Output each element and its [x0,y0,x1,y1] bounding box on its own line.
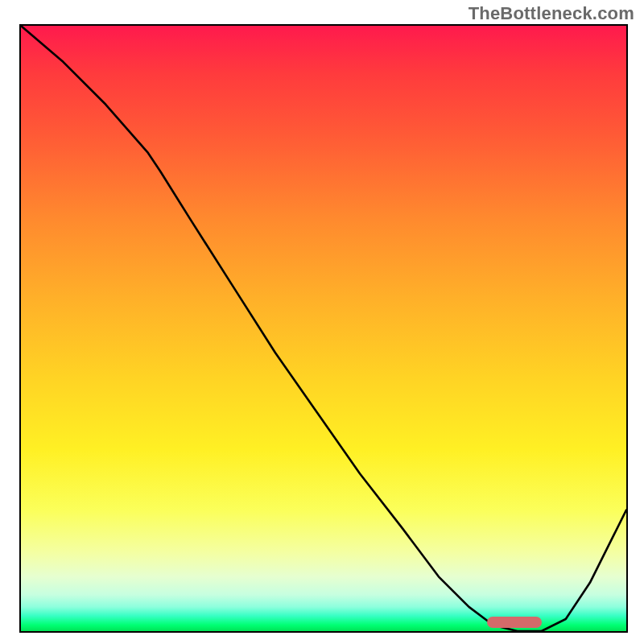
optimal-range-marker [487,617,542,628]
bottleneck-curve [21,26,626,631]
watermark-text: TheBottleneck.com [469,3,634,24]
plot-area [19,24,628,633]
chart-canvas: TheBottleneck.com [0,0,644,644]
